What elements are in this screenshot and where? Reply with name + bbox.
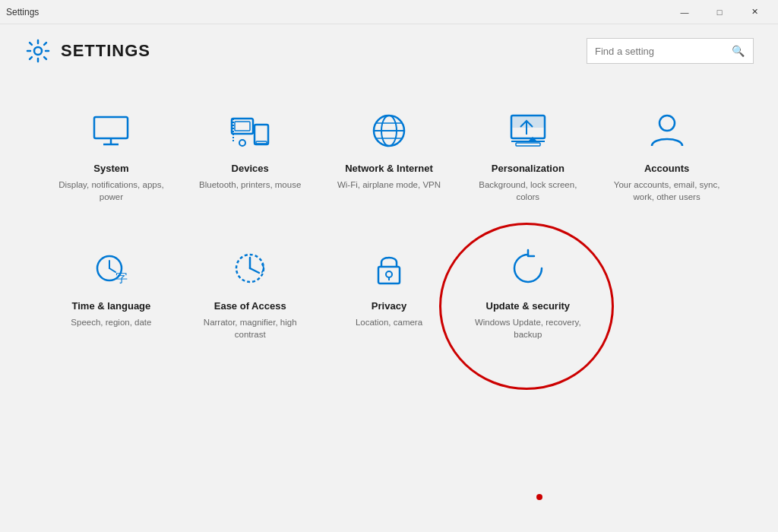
item-desc-devices: Bluetooth, printers, mouse <box>199 179 301 191</box>
search-box[interactable]: 🔍 <box>587 38 754 64</box>
svg-point-19 <box>659 116 675 131</box>
item-desc-network: Wi-Fi, airplane mode, VPN <box>337 179 441 191</box>
item-title-devices: Devices <box>232 163 269 176</box>
settings-item-accounts[interactable]: Accounts Your accounts, email, sync, wor… <box>601 93 732 215</box>
accounts-icon <box>644 108 690 154</box>
svg-line-22 <box>109 268 115 272</box>
minimize-button[interactable]: — <box>667 0 702 24</box>
svg-text:字: 字 <box>115 271 128 284</box>
maximize-button[interactable]: □ <box>702 0 737 24</box>
search-icon: 🔍 <box>732 45 745 57</box>
devices-icon <box>227 108 273 154</box>
settings-item-time[interactable]: 字 Time & language Speech, region, date <box>46 230 177 353</box>
time-icon: 字 <box>88 245 134 291</box>
red-dot <box>536 494 542 500</box>
settings-item-update[interactable]: Update & security Windows Update, recove… <box>462 230 593 353</box>
titlebar-title: Settings <box>6 7 39 17</box>
item-title-accounts: Accounts <box>644 163 689 176</box>
update-icon <box>505 245 551 291</box>
header-left: SETTINGS <box>24 37 150 65</box>
system-icon <box>88 108 134 154</box>
item-desc-ease: Narrator, magnifier, high contrast <box>192 316 308 340</box>
settings-item-system[interactable]: System Display, notifications, apps, pow… <box>46 93 177 215</box>
privacy-icon <box>366 245 412 291</box>
page-title: SETTINGS <box>61 41 150 61</box>
settings-item-personalization[interactable]: Personalization Background, lock screen,… <box>462 93 593 215</box>
svg-rect-1 <box>94 117 128 138</box>
item-title-personalization: Personalization <box>492 163 565 176</box>
svg-point-26 <box>386 271 392 277</box>
item-desc-accounts: Your accounts, email, sync, work, other … <box>609 179 725 203</box>
svg-rect-9 <box>235 122 250 131</box>
ease-icon <box>227 245 273 291</box>
svg-point-0 <box>34 47 42 55</box>
item-title-ease: Ease of Access <box>214 300 286 313</box>
window-controls: — □ ✕ <box>667 0 772 24</box>
personalization-icon <box>505 108 551 154</box>
svg-rect-25 <box>378 267 400 283</box>
item-desc-update: Windows Update, recovery, backup <box>470 316 586 340</box>
settings-item-privacy[interactable]: Privacy Location, camera <box>324 230 455 353</box>
item-title-privacy: Privacy <box>372 300 406 313</box>
item-title-network: Network & Internet <box>345 163 433 176</box>
item-desc-time: Speech, region, date <box>71 316 151 328</box>
item-desc-privacy: Location, camera <box>356 316 422 328</box>
item-desc-personalization: Background, lock screen, colors <box>470 179 586 203</box>
search-input[interactable] <box>595 46 732 57</box>
close-button[interactable]: ✕ <box>737 0 772 24</box>
item-title-update: Update & security <box>486 300 571 313</box>
settings-grid: System Display, notifications, apps, pow… <box>46 93 732 353</box>
settings-item-ease[interactable]: Ease of Access Narrator, magnifier, high… <box>185 230 316 353</box>
settings-item-devices[interactable]: Devices Bluetooth, printers, mouse <box>185 93 316 215</box>
svg-rect-6 <box>256 141 267 144</box>
gear-icon <box>24 37 52 65</box>
header: SETTINGS 🔍 <box>0 24 778 78</box>
item-title-time: Time & language <box>72 300 151 313</box>
network-icon <box>366 108 412 154</box>
svg-point-7 <box>239 140 245 146</box>
svg-rect-18 <box>516 143 540 146</box>
titlebar: Settings — □ ✕ <box>0 0 778 24</box>
settings-item-network[interactable]: Network & Internet Wi-Fi, airplane mode,… <box>324 93 455 215</box>
item-title-system: System <box>93 163 128 176</box>
main-content: System Display, notifications, apps, pow… <box>0 78 778 368</box>
item-desc-system: Display, notifications, apps, power <box>53 179 169 203</box>
